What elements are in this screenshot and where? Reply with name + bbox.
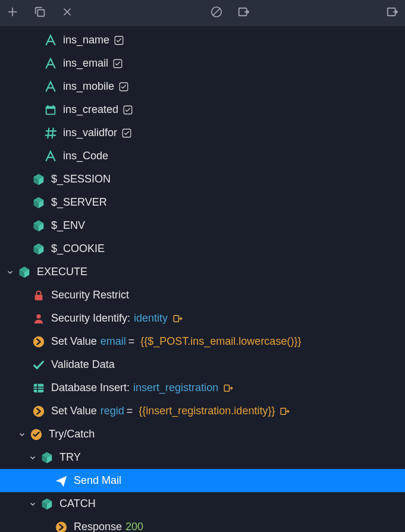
copy-icon[interactable] (33, 5, 46, 21)
check-circle-icon (29, 427, 44, 442)
field-label: ins_created (63, 103, 118, 116)
step-var: email (101, 335, 126, 348)
cancel-icon[interactable] (210, 5, 223, 21)
database-icon (31, 380, 46, 396)
chevron-down-icon[interactable] (26, 451, 39, 464)
close-icon[interactable] (61, 5, 74, 21)
svg-rect-19 (281, 408, 286, 414)
svg-rect-9 (47, 109, 55, 114)
text-icon (43, 79, 58, 95)
field-label: ins_email (63, 57, 108, 70)
global-label: $_COOKIE (51, 243, 105, 255)
tree-root: ins_name ins_email ins_mobile ins_create… (0, 26, 405, 532)
checkbox-icon[interactable] (122, 104, 134, 116)
step-security-identify[interactable]: Security Identify: identity (0, 307, 405, 330)
add-icon[interactable] (6, 5, 19, 21)
equals: = (127, 405, 133, 417)
catch-section[interactable]: CATCH (0, 492, 405, 515)
output-icon (280, 406, 290, 417)
svg-point-13 (36, 314, 40, 318)
field-label: ins_name (63, 34, 109, 46)
execute-label: EXECUTE (37, 266, 87, 278)
output-icon (172, 313, 183, 324)
field-row[interactable]: ins_created (0, 98, 405, 121)
checkbox-icon[interactable] (113, 34, 125, 46)
checkbox-icon[interactable] (118, 81, 130, 93)
step-response[interactable]: Response 200 (0, 515, 405, 532)
field-row[interactable]: ins_validfor (0, 121, 405, 144)
global-row[interactable]: $_ENV (0, 214, 405, 237)
field-row[interactable]: ins_email (0, 52, 405, 75)
arrow-circle-icon (54, 520, 69, 533)
svg-point-18 (33, 405, 44, 416)
step-value: identity (134, 312, 168, 325)
step-set-value[interactable]: Set Value regid = {{insert_registration.… (0, 399, 405, 423)
step-send-mail[interactable]: Send Mail (0, 469, 405, 492)
step-security-restrict[interactable]: Security Restrict (0, 284, 405, 307)
cube-icon (31, 172, 46, 187)
field-row[interactable]: ins_name (0, 29, 405, 52)
export-icon[interactable] (237, 5, 250, 21)
step-try-catch[interactable]: Try/Catch (0, 423, 405, 446)
step-label: Set Value (51, 405, 97, 417)
chevron-down-icon[interactable] (26, 498, 39, 511)
svg-point-21 (56, 521, 67, 532)
arrow-circle-icon (31, 334, 46, 350)
step-db-insert[interactable]: Database Insert: insert_registration (0, 376, 405, 399)
global-label: $_SERVER (51, 196, 107, 209)
field-row[interactable]: ins_Code (0, 144, 405, 168)
svg-rect-14 (174, 315, 178, 322)
chevron-down-icon[interactable] (15, 428, 29, 441)
cube-icon (39, 496, 55, 512)
svg-rect-16 (34, 383, 44, 392)
step-label: Send Mail (74, 474, 121, 487)
step-var: regid (101, 405, 124, 417)
step-value: insert_registration (133, 382, 218, 394)
step-validate-data[interactable]: Validate Data (0, 353, 405, 376)
checkbox-icon[interactable] (121, 127, 133, 139)
svg-rect-17 (224, 385, 229, 391)
try-section[interactable]: TRY (0, 446, 405, 469)
text-icon (43, 149, 58, 164)
catch-label: CATCH (59, 498, 96, 510)
lock-icon (31, 288, 46, 303)
global-row[interactable]: $_SESSION (0, 168, 405, 191)
step-label: Try/Catch (49, 428, 95, 440)
field-row[interactable]: ins_mobile (0, 75, 405, 98)
step-label: Validate Data (51, 358, 115, 371)
text-icon (43, 56, 58, 71)
try-label: TRY (59, 451, 81, 464)
cube-icon (31, 218, 46, 234)
user-icon (31, 311, 46, 326)
field-label: ins_validfor (63, 127, 117, 139)
global-label: $_ENV (51, 219, 85, 232)
svg-rect-0 (37, 10, 44, 16)
share-icon[interactable] (386, 5, 399, 21)
calendar-icon (43, 102, 58, 118)
checkbox-icon[interactable] (112, 58, 124, 70)
text-icon (43, 33, 58, 48)
step-label: Set Value (51, 335, 97, 348)
global-row[interactable]: $_COOKIE (0, 237, 405, 260)
response-code: 200 (125, 521, 143, 532)
step-label: Database Insert: (51, 382, 130, 394)
cube-icon (31, 241, 46, 257)
step-expr: {{insert_registration.identity}} (139, 405, 275, 417)
execute-section[interactable]: EXECUTE (0, 260, 405, 284)
toolbar (0, 0, 405, 26)
cube-icon (17, 265, 32, 280)
step-expr: {{$_POST.ins_email.lowercase()}} (140, 335, 301, 348)
send-icon (54, 473, 69, 489)
global-row[interactable]: $_SERVER (0, 191, 405, 214)
step-label: Response (74, 521, 122, 532)
cube-icon (39, 450, 55, 465)
step-set-value[interactable]: Set Value email = {{$_POST.ins_email.low… (0, 330, 405, 353)
svg-rect-12 (35, 295, 43, 300)
field-label: ins_mobile (63, 80, 114, 93)
check-icon (31, 357, 46, 373)
equals: = (128, 335, 135, 348)
arrow-circle-icon (31, 404, 46, 419)
global-label: $_SESSION (51, 173, 111, 185)
svg-point-15 (33, 336, 44, 347)
chevron-down-icon[interactable] (4, 266, 17, 279)
